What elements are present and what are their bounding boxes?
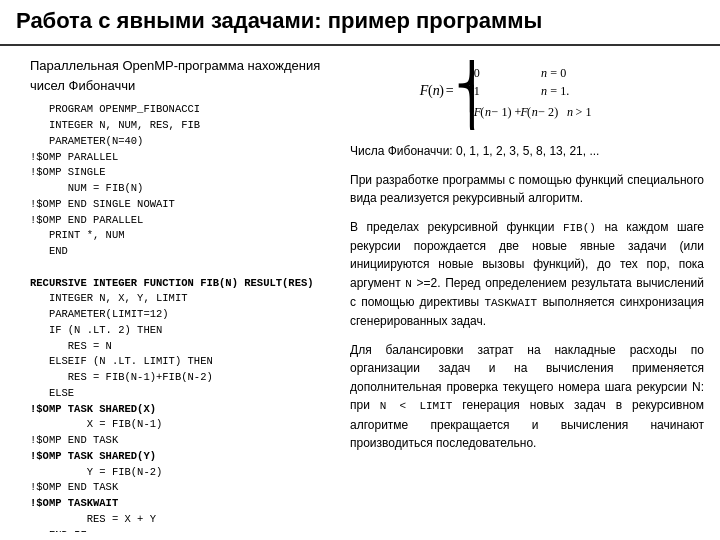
left-panel: Параллельная OpenMP-программа нахождения… [0,46,340,532]
code-line: PRINT *, NUM [30,229,125,241]
right-text: Числа Фибоначчи: 0, 1, 1, 2, 3, 5, 8, 13… [350,142,704,453]
code-line: PROGRAM OPENMP_FIBONACCI [30,103,200,115]
formula-container: F ( n ) = ⎧ ⎨ ⎩ 0 n = 0 1 n = 1. F ( [350,60,704,130]
svg-text:n: n [532,105,538,119]
formula-svg: F ( n ) = ⎧ ⎨ ⎩ 0 n = 0 1 n = 1. F ( [417,60,637,130]
code-line: !$OMP END SINGLE NOWAIT [30,198,175,210]
svg-text:n: n [541,84,547,98]
code-line: RES = N [30,340,112,352]
code-line: !$OMP TASK SHARED(Y) [30,450,156,462]
svg-text:n: n [567,105,573,119]
code-line: INTEGER N, X, Y, LIMIT [30,292,188,304]
fibonacci-numbers: Числа Фибоначчи: 0, 1, 1, 2, 3, 5, 8, 13… [350,142,704,161]
svg-text:= 0: = 0 [550,66,566,80]
code-line: !$OMP SINGLE [30,166,106,178]
code-line: END IF [30,529,87,532]
page-header: Работа с явными задачами: пример програм… [0,0,720,46]
code-line: ELSEIF (N .LT. LIMIT) THEN [30,355,213,367]
code-line: !$OMP PARALLEL [30,151,118,163]
svg-text:1: 1 [474,84,480,98]
svg-text:0: 0 [474,66,480,80]
svg-text:n: n [541,66,547,80]
code-line: END [30,245,68,257]
code-line: !$OMP END PARALLEL [30,214,143,226]
code-line: IF (N .LT. 2) THEN [30,324,162,336]
svg-text:n: n [485,105,491,119]
para1: При разработке программы с помощью функц… [350,171,704,208]
svg-text:): ) [439,83,444,99]
code-line: Y = FIB(N-2) [30,466,162,478]
right-panel: F ( n ) = ⎧ ⎨ ⎩ 0 n = 0 1 n = 1. F ( [340,46,720,532]
code-line: !$OMP END TASK [30,481,118,493]
code-line: !$OMP TASKWAIT [30,497,118,509]
subtitle: Параллельная OpenMP-программа нахождения… [30,56,326,96]
code-line: RES = FIB(N-1)+FIB(N-2) [30,371,213,383]
code-block: PROGRAM OPENMP_FIBONACCI INTEGER N, NUM,… [30,102,326,532]
code-line: ELSE [30,387,74,399]
code-line: RES = X + Y [30,513,156,525]
code-line: NUM = FIB(N) [30,182,143,194]
code-line: X = FIB(N-1) [30,418,162,430]
page-title: Работа с явными задачами: пример програм… [16,8,704,34]
code-line: PARAMETER(LIMIT=12) [30,308,169,320]
code-line: !$OMP TASK SHARED(X) [30,403,156,415]
para2: В пределах рекурсивной функции FIB() на … [350,218,704,331]
main-content: Параллельная OpenMP-программа нахождения… [0,46,720,532]
svg-text:− 2): − 2) [538,105,558,119]
code-line: RECURSIVE INTEGER FUNCTION FIB(N) RESULT… [30,277,314,289]
svg-text:= 1.: = 1. [550,84,569,98]
svg-text:(: ( [480,105,484,119]
code-line: !$OMP END TASK [30,434,118,446]
svg-text:=: = [446,83,454,98]
para3: Для балансировки затрат на накладные рас… [350,341,704,453]
code-line: PARAMETER(N=40) [30,135,143,147]
svg-text:(: ( [527,105,531,119]
svg-text:> 1: > 1 [576,105,592,119]
svg-text:− 1) +: − 1) + [492,105,522,119]
code-line: INTEGER N, NUM, RES, FIB [30,119,200,131]
